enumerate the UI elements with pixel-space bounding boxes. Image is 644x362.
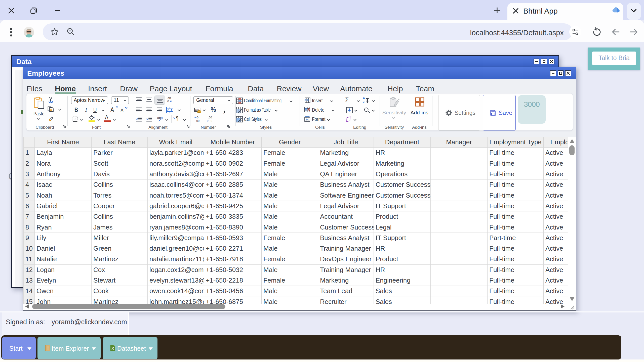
svg-text:A: A [363,97,365,100]
svg-text:Z: Z [363,100,365,104]
svg-text:ab: ab [157,116,161,120]
svg-text:0: 0 [197,116,198,119]
svg-text:.00: .00 [208,116,212,119]
svg-text:.00: .00 [195,119,199,122]
svg-text:c: c [167,99,169,103]
svg-text:0: 0 [211,119,212,122]
